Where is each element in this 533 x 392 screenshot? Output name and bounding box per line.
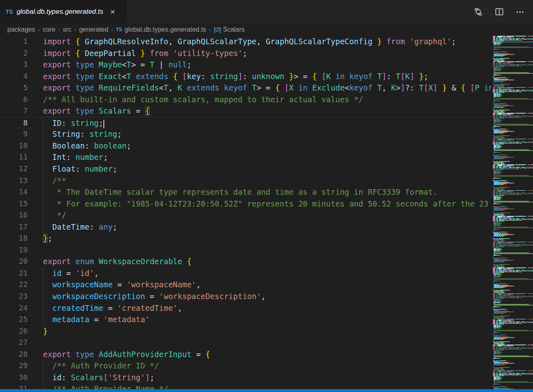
line-number: 3	[0, 59, 28, 71]
code-text: export enum WorkspaceOrderable {	[43, 256, 191, 267]
code-text: /** Auth Provider ID */	[43, 360, 159, 372]
code-line-25[interactable]: 25 metadata = 'metadata'	[0, 314, 492, 325]
code-line-15[interactable]: 15 * For example: "1985-04-12T23:20:50.5…	[0, 198, 492, 210]
code-line-10[interactable]: 10 Boolean: boolean;	[0, 140, 492, 152]
code-line-11[interactable]: 11 Int: number;	[0, 151, 492, 163]
code-line-28[interactable]: 28export type AddAuthProviderInput = {	[0, 349, 492, 360]
breadcrumb-item-file[interactable]: TSglobal.db.types.generated.ts	[116, 26, 206, 33]
code-line-2[interactable]: 2import { DeepPartial } from 'utility-ty…	[0, 47, 492, 59]
tab-global-db-types[interactable]: TS global.db.types.generated.ts ×	[0, 0, 127, 23]
line-number: 13	[0, 175, 28, 187]
code-line-12[interactable]: 12 Float: number;	[0, 163, 492, 175]
code-line-8[interactable]: 8 ID: string;	[0, 117, 492, 129]
tab-bar: TS global.db.types.generated.ts ×	[0, 0, 533, 23]
code-line-29[interactable]: 29 /** Auth Provider ID */	[0, 360, 492, 372]
code-line-27[interactable]: 27	[0, 337, 492, 349]
code-text: createdTime = 'createdTime',	[43, 302, 182, 314]
code-text: ID: string;	[43, 117, 104, 129]
breadcrumb-item-src[interactable]: src	[63, 26, 71, 33]
line-number: 2	[0, 47, 28, 59]
line-number: 30	[0, 372, 28, 383]
breadcrumb-item-packages[interactable]: packages	[7, 26, 35, 33]
code-line-4[interactable]: 4export type Exact<T extends { [key: str…	[0, 71, 492, 82]
code-text: import { GraphQLResolveInfo, GraphQLScal…	[43, 36, 456, 47]
line-number: 14	[0, 186, 28, 198]
chevron-right-icon: ›	[58, 26, 60, 33]
line-number: 16	[0, 209, 28, 221]
line-number: 12	[0, 163, 28, 175]
line-number: 29	[0, 360, 28, 372]
code-line-17[interactable]: 17 DateTime: any;	[0, 221, 492, 233]
code-line-19[interactable]: 19	[0, 244, 492, 256]
code-text: id: Scalars['String'];	[43, 372, 155, 383]
code-line-9[interactable]: 9 String: string;	[0, 128, 492, 140]
code-line-16[interactable]: 16 */	[0, 209, 492, 221]
more-actions-icon[interactable]: ⋯	[516, 7, 525, 17]
code-text: export type Maybe<T> = T | null;	[43, 59, 191, 71]
code-line-24[interactable]: 24 createdTime = 'createdTime',	[0, 302, 492, 314]
code-text: * For example: "1985-04-12T23:20:50.52Z"…	[43, 198, 488, 210]
code-line-5[interactable]: 5export type RequireFields<T, K extends …	[0, 82, 492, 94]
code-text: export type RequireFields<T, K extends k…	[43, 82, 492, 94]
chevron-right-icon: ›	[209, 26, 211, 33]
open-changes-icon[interactable]	[474, 7, 483, 16]
code-text: DateTime: any;	[43, 221, 117, 233]
breadcrumb-item-generated[interactable]: generated	[79, 26, 108, 33]
code-line-3[interactable]: 3export type Maybe<T> = T | null;	[0, 59, 492, 71]
close-icon[interactable]: ×	[110, 7, 115, 16]
code-text: /** Auth Provider Name */	[43, 383, 168, 389]
code-line-7[interactable]: 7export type Scalars = {	[0, 105, 492, 117]
breadcrumb-file-label: global.db.types.generated.ts	[125, 26, 206, 33]
code-text: String: string;	[43, 128, 122, 140]
line-number: 10	[0, 140, 28, 152]
code-line-30[interactable]: 30 id: Scalars['String'];	[0, 372, 492, 383]
code-text: Float: number;	[43, 163, 117, 175]
breadcrumb: packages›core›src›generated›TSglobal.db.…	[0, 23, 533, 36]
code-line-26[interactable]: 26}	[0, 325, 492, 337]
typescript-file-icon: TS	[6, 9, 13, 15]
breadcrumb-item-symbol[interactable]: [∅]Scalars	[214, 26, 245, 33]
code-line-31[interactable]: 31 /** Auth Provider Name */	[0, 383, 492, 389]
code-text: export type Exact<T extends { [key: stri…	[43, 71, 428, 82]
code-line-13[interactable]: 13 /**	[0, 175, 492, 187]
code-text: };	[43, 233, 52, 244]
line-number: 28	[0, 349, 28, 360]
symbol-icon: [∅]	[214, 26, 221, 33]
chevron-right-icon: ›	[74, 26, 76, 33]
line-number: 4	[0, 71, 28, 82]
typescript-file-icon: TS	[116, 27, 122, 32]
code-line-18[interactable]: 18};	[0, 233, 492, 244]
bottom-accent-strip	[0, 389, 533, 392]
code-line-23[interactable]: 23 workspaceDescription = 'workspaceDesc…	[0, 291, 492, 302]
code-line-6[interactable]: 6/** All built-in and custom scalars, ma…	[0, 94, 492, 106]
editor-actions: ⋯	[474, 0, 533, 23]
line-number: 8	[0, 117, 28, 129]
code-text: Boolean: boolean;	[43, 140, 131, 152]
code-line-1[interactable]: 1import { GraphQLResolveInfo, GraphQLSca…	[0, 36, 492, 47]
code-text: metadata = 'metadata'	[43, 314, 150, 325]
code-line-21[interactable]: 21 id = 'id',	[0, 267, 492, 279]
code-text: workspaceDescription = 'workspaceDescrip…	[43, 291, 266, 302]
vscode-window: TS global.db.types.generated.ts ×	[0, 0, 533, 392]
minimap[interactable]	[492, 36, 533, 389]
code-editor[interactable]: 1import { GraphQLResolveInfo, GraphQLSca…	[0, 36, 492, 389]
code-line-22[interactable]: 22 workspaceName = 'workspaceName',	[0, 279, 492, 291]
line-number: 19	[0, 244, 28, 256]
line-number: 31	[0, 383, 28, 389]
code-text: */	[43, 209, 66, 221]
code-text: id = 'id',	[43, 267, 99, 279]
line-number: 27	[0, 337, 28, 349]
code-line-20[interactable]: 20export enum WorkspaceOrderable {	[0, 256, 492, 267]
line-number: 1	[0, 36, 28, 47]
tab-title: global.db.types.generated.ts	[17, 8, 103, 16]
line-number: 25	[0, 314, 28, 325]
split-editor-icon[interactable]	[495, 7, 504, 16]
line-number: 21	[0, 267, 28, 279]
line-number: 26	[0, 325, 28, 337]
code-line-14[interactable]: 14 * The DateTime scalar type represents…	[0, 186, 492, 198]
breadcrumb-item-core[interactable]: core	[43, 26, 55, 33]
line-number: 15	[0, 198, 28, 210]
chevron-right-icon: ›	[38, 26, 40, 33]
line-number: 6	[0, 94, 28, 106]
code-text: workspaceName = 'workspaceName',	[43, 279, 201, 291]
